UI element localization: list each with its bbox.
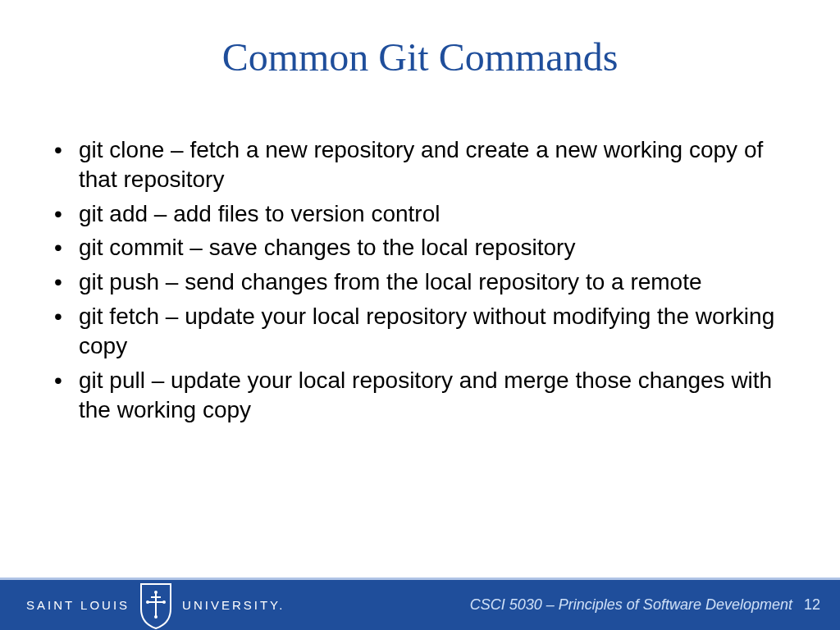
svg-point-3: [154, 615, 158, 619]
page-number: 12: [804, 596, 820, 614]
logo-text-right: UNIVERSITY.: [182, 598, 285, 612]
slide-body: git clone – fetch a new repository and c…: [49, 135, 788, 429]
slide-footer: SAINT LOUIS UNIVERSITY. CSCI 5030 – Prin…: [0, 578, 840, 630]
bullet-item: git push – send changes from the local r…: [49, 267, 788, 297]
bullet-item: git pull – update your local repository …: [49, 366, 788, 425]
slide: Common Git Commands git clone – fetch a …: [0, 0, 840, 630]
svg-point-1: [146, 600, 149, 604]
course-label: CSCI 5030 – Principles of Software Devel…: [285, 596, 804, 614]
bullet-item: git add – add files to version control: [49, 199, 788, 229]
slide-title: Common Git Commands: [0, 34, 840, 80]
university-logo: SAINT LOUIS UNIVERSITY.: [26, 581, 285, 630]
bullet-item: git clone – fetch a new repository and c…: [49, 135, 788, 194]
svg-point-0: [154, 591, 158, 594]
shield-icon: [138, 581, 174, 630]
svg-point-2: [162, 600, 166, 604]
bullet-item: git fetch – update your local repository…: [49, 302, 788, 361]
bullet-item: git commit – save changes to the local r…: [49, 233, 788, 262]
bullet-list: git clone – fetch a new repository and c…: [49, 135, 788, 424]
logo-text-left: SAINT LOUIS: [26, 598, 130, 612]
